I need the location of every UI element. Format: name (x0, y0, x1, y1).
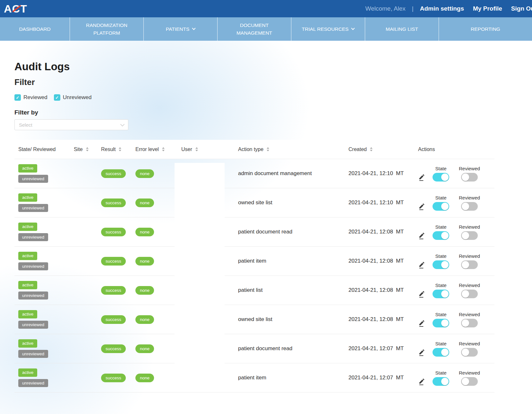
result-cell: success (101, 171, 135, 176)
reviewed-toggle[interactable] (461, 231, 478, 240)
state-toggle[interactable] (433, 319, 449, 327)
reviewed-badge: unreviewed (18, 379, 48, 387)
table-header-row: State/ Reviewed Site Result Error level … (14, 140, 494, 159)
edit-pencil-icon[interactable] (418, 173, 425, 181)
created-timezone: MT (396, 258, 404, 264)
reviewed-toggle-group: Reviewed (459, 283, 480, 298)
table-row: active unreviewed success none patient d… (14, 334, 494, 363)
nav-item-document-management[interactable]: DOCUMENT MANAGEMENT (218, 17, 291, 41)
column-header-user[interactable]: User (181, 147, 238, 152)
my-profile-link[interactable]: My Profile (473, 5, 502, 12)
reviewed-toggle-label: Reviewed (459, 312, 480, 317)
reviewed-toggle[interactable] (461, 173, 478, 182)
reviewed-badge: unreviewed (18, 350, 48, 358)
reviewed-badge: unreviewed (18, 233, 48, 241)
nav-item-label: RANDOMIZATION PLATFORM (78, 21, 135, 37)
state-badge: active (18, 252, 37, 260)
filter-select[interactable]: Select (14, 119, 128, 130)
nav-item-reporting[interactable]: REPORTING (439, 17, 532, 41)
nav-item-randomization-platform[interactable]: RANDOMIZATION PLATFORM (70, 17, 144, 41)
table-row: active unreviewed success none owned sit… (14, 305, 494, 334)
toggle-knob (441, 173, 449, 181)
actions-cell: State Reviewed (416, 195, 494, 211)
edit-pencil-icon[interactable] (418, 290, 425, 298)
created-datetime: 2021-04-21, 12:08 (348, 316, 393, 322)
app-logo[interactable]: ACT (4, 3, 27, 14)
sign-out-link[interactable]: Sign Out (511, 5, 532, 12)
nav-item-dashboard[interactable]: DASHBOARD (0, 17, 70, 41)
reviewed-toggle[interactable] (461, 319, 478, 327)
reviewed-filter-checkbox[interactable]: ✓ Reviewed (14, 94, 47, 101)
state-reviewed-cell: active unreviewed (14, 368, 74, 387)
state-toggle[interactable] (433, 231, 449, 240)
column-header-label: Result (101, 147, 116, 152)
column-header-created[interactable]: Created (348, 147, 416, 152)
sort-icon[interactable] (267, 147, 269, 151)
created-datetime: 2021-04-21, 12:08 (348, 287, 393, 293)
sort-icon[interactable] (370, 147, 373, 151)
nav-item-trial-resources[interactable]: TRIAL RESOURCES (291, 17, 365, 41)
state-badge: active (18, 193, 37, 202)
result-cell: success (101, 346, 135, 351)
reviewed-toggle-label: Reviewed (459, 253, 480, 259)
edit-pencil-icon[interactable] (418, 232, 425, 240)
result-cell: success (101, 287, 135, 293)
result-badge: success (101, 344, 126, 353)
toggle-knob (441, 378, 449, 385)
state-toggle-label: State (435, 166, 446, 171)
toggle-knob (462, 349, 469, 356)
table-body: active unreviewed success none admin doc… (14, 159, 494, 393)
nav-item-mailing-list[interactable]: MAILING LIST (365, 17, 439, 41)
state-toggle-label: State (435, 224, 446, 230)
sort-icon[interactable] (86, 147, 89, 151)
page-title: Audit Logs (14, 41, 518, 73)
result-cell: success (101, 200, 135, 206)
state-toggle[interactable] (433, 290, 449, 298)
state-reviewed-cell: active unreviewed (14, 310, 74, 329)
error-level-badge: none (135, 257, 154, 266)
edit-pencil-icon[interactable] (418, 349, 425, 356)
reviewed-toggle[interactable] (461, 202, 478, 211)
reviewed-toggle[interactable] (461, 260, 478, 269)
reviewed-toggle[interactable] (461, 290, 478, 298)
action-type-text: owned site list (238, 199, 348, 206)
chevron-down-icon (351, 26, 355, 30)
state-toggle[interactable] (433, 260, 449, 269)
edit-pencil-icon[interactable] (418, 203, 425, 210)
result-badge: success (101, 286, 126, 295)
edit-pencil-icon[interactable] (418, 261, 425, 269)
column-header-site[interactable]: Site (74, 147, 101, 152)
nav-item-patients[interactable]: PATIENTS (144, 17, 218, 41)
reviewed-toggle-label: Reviewed (459, 166, 480, 171)
sort-icon[interactable] (162, 147, 165, 151)
column-header-error-level[interactable]: Error level (135, 147, 181, 152)
action-type-text: owned site list (238, 316, 348, 323)
edit-pencil-icon[interactable] (418, 378, 425, 385)
sort-icon[interactable] (119, 147, 121, 151)
sort-icon[interactable] (195, 147, 198, 151)
column-header-action-type[interactable]: Action type (238, 147, 348, 152)
nav-item-label: REPORTING (471, 25, 500, 33)
state-reviewed-cell: active unreviewed (14, 193, 74, 212)
state-toggle[interactable] (433, 377, 449, 386)
top-bar: ACT Welcome, Alex | Admin settings My Pr… (0, 0, 532, 17)
action-type-text: patient item (238, 375, 348, 381)
state-toggle[interactable] (433, 202, 449, 211)
reviewed-toggle[interactable] (461, 348, 478, 357)
edit-pencil-icon[interactable] (418, 319, 425, 327)
reviewed-toggle-group: Reviewed (459, 224, 480, 240)
filter-heading: Filter (14, 77, 518, 87)
reviewed-toggle[interactable] (461, 377, 478, 386)
state-toggle[interactable] (433, 173, 449, 182)
action-type-text: patient item (238, 258, 348, 264)
toggle-knob (462, 203, 469, 210)
unreviewed-filter-checkbox[interactable]: ✓ Unreviewed (54, 94, 92, 101)
state-toggle[interactable] (433, 348, 449, 357)
created-datetime: 2021-04-21, 12:10 (348, 170, 393, 176)
page-root: ACT Welcome, Alex | Admin settings My Pr… (0, 0, 532, 414)
created-cell: 2021-04-21, 12:08MT (348, 229, 416, 235)
toggle-knob (441, 232, 449, 239)
admin-settings-link[interactable]: Admin settings (420, 5, 464, 12)
column-header-result[interactable]: Result (101, 147, 135, 152)
state-toggle-group: State (433, 312, 449, 327)
